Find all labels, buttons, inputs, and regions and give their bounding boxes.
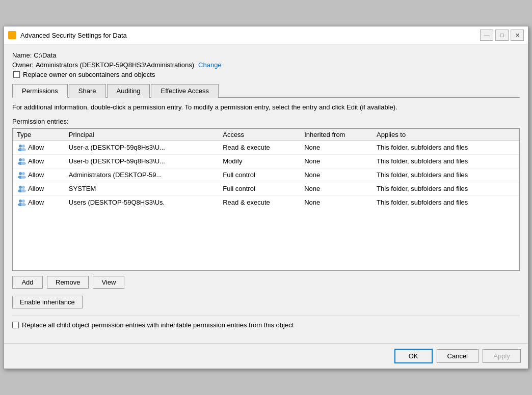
cell-inherited-from: None — [300, 182, 373, 195]
owner-row: Owner: Administrators (DESKTOP-59Q8HS3\A… — [12, 61, 520, 69]
titlebar-controls: — □ ✕ — [480, 30, 524, 41]
ok-button[interactable]: OK — [394, 349, 433, 363]
cell-type: Allow — [13, 140, 65, 154]
cell-applies-to: This folder, subfolders and files — [373, 154, 519, 168]
table-row[interactable]: Allow Users (DESKTOP-59Q8HS3\Us.Read & e… — [13, 195, 519, 209]
tab-permissions[interactable]: Permissions — [12, 84, 68, 98]
content-area: Name: C:\Data Owner: Administrators (DES… — [4, 44, 528, 343]
cell-type: Allow — [13, 168, 65, 182]
svg-point-3 — [21, 148, 26, 151]
cell-inherited-from: None — [300, 140, 373, 154]
view-button[interactable]: View — [93, 276, 124, 289]
user-group-icon — [17, 144, 27, 152]
tab-share[interactable]: Share — [69, 84, 106, 98]
replace-child-checkbox[interactable] — [12, 322, 19, 328]
col-principal: Principal — [65, 129, 219, 141]
empty-table-space — [13, 209, 519, 270]
user-group-icon — [17, 199, 27, 207]
svg-point-6 — [22, 158, 25, 161]
svg-point-10 — [22, 172, 25, 175]
col-access: Access — [219, 129, 300, 141]
permission-entries-label: Permission entries: — [12, 118, 520, 125]
replace-owner-label: Replace owner on subcontainers and objec… — [23, 71, 155, 78]
user-group-icon — [17, 171, 27, 179]
window-title: Advanced Security Settings for Data — [20, 32, 476, 39]
main-window: Advanced Security Settings for Data — □ … — [4, 26, 528, 369]
remove-button[interactable]: Remove — [47, 276, 89, 289]
replace-owner-checkbox[interactable] — [13, 71, 20, 78]
svg-point-4 — [19, 158, 22, 161]
table-row[interactable]: Allow User-b (DESKTOP-59q8Hs3\U...Modify… — [13, 154, 519, 168]
enable-inheritance-button[interactable]: Enable inheritance — [12, 296, 83, 308]
change-link[interactable]: Change — [198, 61, 222, 69]
table-row[interactable]: Allow SYSTEMFull controlNoneThis folder,… — [13, 182, 519, 195]
user-group-icon — [17, 157, 27, 165]
apply-button[interactable]: Apply — [483, 349, 521, 363]
maximize-button[interactable]: □ — [495, 30, 509, 41]
name-row: Name: C:\Data — [12, 51, 520, 59]
cell-inherited-from: None — [300, 195, 373, 209]
permission-table: Type Principal Access Inherited from App… — [13, 129, 519, 209]
cancel-button[interactable]: Cancel — [437, 349, 478, 363]
divider — [12, 316, 520, 316]
tab-effective-access[interactable]: Effective Access — [151, 84, 218, 98]
cell-type: Allow — [13, 154, 65, 168]
svg-point-7 — [21, 162, 26, 165]
cell-type: Allow — [13, 182, 65, 195]
owner-value: Administrators (DESKTOP-59Q8HS3\Administ… — [36, 61, 194, 69]
close-button[interactable]: ✕ — [511, 30, 524, 41]
name-label: Name: — [12, 51, 32, 59]
cell-principal: Users (DESKTOP-59Q8HS3\Us. — [65, 195, 219, 209]
cell-inherited-from: None — [300, 154, 373, 168]
col-inherited-from: Inherited from — [300, 129, 373, 141]
col-applies-to: Applies to — [373, 129, 519, 141]
replace-child-label: Replace all child object permission entr… — [22, 321, 294, 329]
replace-child-row: Replace all child object permission entr… — [12, 321, 520, 329]
enable-inheritance-section: Enable inheritance — [12, 296, 520, 316]
svg-point-18 — [22, 200, 25, 203]
table-row[interactable]: Allow User-a (DESKTOP-59q8Hs3\U...Read &… — [13, 140, 519, 154]
tab-auditing[interactable]: Auditing — [107, 84, 150, 98]
cell-access: Modify — [219, 154, 300, 168]
svg-point-0 — [19, 145, 22, 148]
dialog-bottom: OK Cancel Apply — [4, 343, 528, 369]
svg-point-11 — [21, 176, 26, 179]
cell-access: Full control — [219, 182, 300, 195]
add-button[interactable]: Add — [12, 276, 43, 289]
name-value: C:\Data — [34, 51, 56, 59]
titlebar: Advanced Security Settings for Data — □ … — [4, 26, 528, 44]
svg-point-8 — [19, 172, 22, 175]
svg-point-15 — [21, 189, 26, 192]
cell-inherited-from: None — [300, 168, 373, 182]
svg-point-19 — [21, 203, 26, 206]
cell-principal: Administrators (DESKTOP-59... — [65, 168, 219, 182]
cell-applies-to: This folder, subfolders and files — [373, 168, 519, 182]
cell-principal: SYSTEM — [65, 182, 219, 195]
action-buttons-row: Add Remove View — [12, 276, 520, 289]
svg-point-16 — [19, 200, 22, 203]
tabs-bar: Permissions Share Auditing Effective Acc… — [12, 83, 520, 98]
cell-access: Read & execute — [219, 140, 300, 154]
cell-applies-to: This folder, subfolders and files — [373, 140, 519, 154]
description-text: For additional information, double-click… — [12, 103, 520, 112]
table-row[interactable]: Allow Administrators (DESKTOP-59...Full … — [13, 168, 519, 182]
cell-access: Full control — [219, 168, 300, 182]
cell-type: Allow — [13, 195, 65, 209]
cell-access: Read & execute — [219, 195, 300, 209]
replace-owner-row: Replace owner on subcontainers and objec… — [13, 71, 520, 78]
window-icon — [8, 31, 16, 39]
user-group-icon — [17, 185, 27, 193]
cell-applies-to: This folder, subfolders and files — [373, 195, 519, 209]
col-type: Type — [13, 129, 65, 141]
cell-applies-to: This folder, subfolders and files — [373, 182, 519, 195]
svg-point-2 — [22, 145, 25, 148]
table-header-row: Type Principal Access Inherited from App… — [13, 129, 519, 141]
cell-principal: User-b (DESKTOP-59q8Hs3\U... — [65, 154, 219, 168]
svg-point-14 — [22, 186, 25, 189]
minimize-button[interactable]: — — [480, 30, 493, 41]
cell-principal: User-a (DESKTOP-59q8Hs3\U... — [65, 140, 219, 154]
owner-label: Owner: — [12, 61, 34, 69]
info-section: Name: C:\Data Owner: Administrators (DES… — [12, 51, 520, 78]
permission-table-container: Type Principal Access Inherited from App… — [12, 128, 520, 271]
svg-point-12 — [19, 186, 22, 189]
